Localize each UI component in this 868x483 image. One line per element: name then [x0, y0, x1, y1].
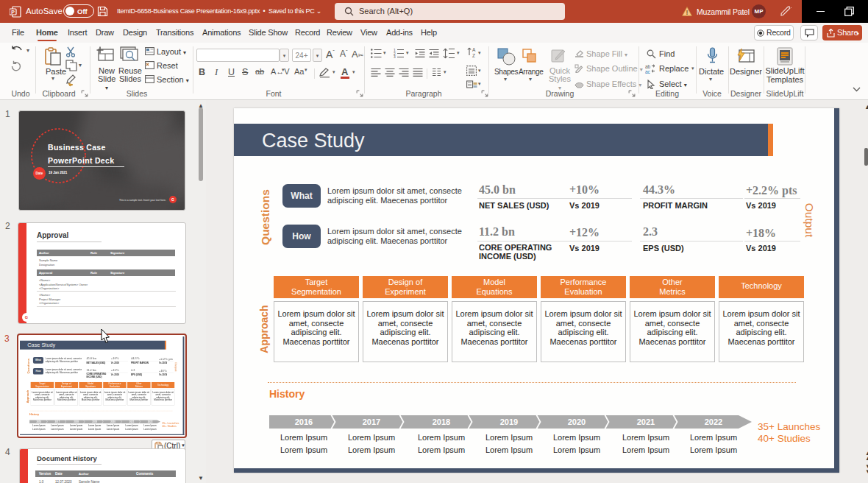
svg-text:2021: 2021 [637, 417, 655, 426]
svg-text:2016: 2016 [36, 420, 41, 423]
svg-text:2018: 2018 [433, 417, 450, 426]
svg-text:2019: 2019 [92, 420, 97, 423]
svg-text:A: A [472, 47, 476, 52]
svg-text:2019: 2019 [500, 417, 518, 426]
svg-text:ac: ac [645, 69, 651, 74]
svg-text:2022: 2022 [148, 420, 153, 423]
svg-text:2016: 2016 [295, 417, 313, 426]
svg-text:!: ! [686, 9, 689, 16]
svg-text:3: 3 [394, 54, 396, 58]
svg-text:2020: 2020 [568, 417, 586, 426]
svg-text:Z: Z [472, 53, 475, 58]
svg-text:2018: 2018 [74, 420, 79, 423]
svg-text:2022: 2022 [705, 417, 722, 426]
svg-text:2017: 2017 [54, 420, 60, 423]
svg-text:2017: 2017 [363, 417, 380, 426]
svg-text:ab: ab [645, 64, 651, 69]
svg-text:P: P [11, 10, 15, 15]
svg-text:2021: 2021 [129, 420, 135, 423]
svg-text:2020: 2020 [110, 420, 115, 423]
